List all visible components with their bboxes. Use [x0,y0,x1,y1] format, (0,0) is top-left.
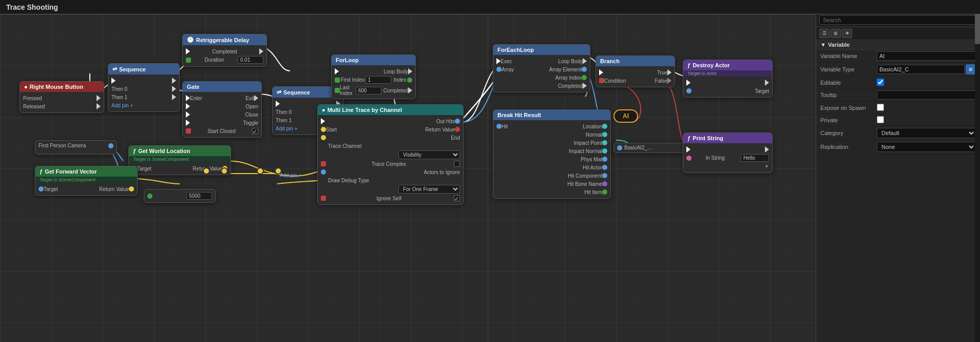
ret-delay-exec-in [186,48,190,54]
mlt-tracecomplex-check[interactable] [454,161,460,167]
bhr-hititem-row: Hit Item [496,188,607,196]
ps-expand-row[interactable]: ▼ [686,162,769,170]
gate-close-row: Close [186,110,258,119]
add-pin-label[interactable]: Add pin + [280,173,302,178]
ret-delay-completed-pin [259,48,263,54]
ps-icon: ƒ [687,135,690,141]
bhr-header: Break Hit Result [493,110,610,120]
get-world-location-node: ƒ Get World Location Target is SceneComp… [128,145,231,175]
val-pin [147,194,152,199]
gate-open-pin [186,103,190,109]
mlt-exec-in [321,118,325,124]
ps-exec-row [686,145,769,154]
da-target-pin [686,88,691,93]
forloop-firstindex-input[interactable] [366,76,391,84]
variable-type-row: Variable Type ⊞ [816,63,980,77]
mlt-icon: ● [322,107,325,113]
details-list-btn[interactable]: ☰ [819,29,830,38]
yellow-connector-2 [221,167,228,175]
private-checkbox[interactable] [877,116,884,123]
details-scrollbar-thumb[interactable] [975,13,980,44]
mlt-ignoreself-check[interactable]: ✓ [454,195,460,201]
bhr-body: Hit Location Normal Impact Point Impact … [493,120,610,198]
gfv-header: ƒ Get Forward Vector [35,166,137,177]
seq1-exec-out [172,78,176,84]
forloop-node: ForLoop Loop Body First Index Index Last… [331,54,416,99]
seq1-body: Then 0 Then 1 Add pin + [108,74,179,111]
val-input[interactable] [186,192,212,200]
da-exec-out [765,80,769,86]
gfv-target-pin [39,186,44,192]
forloop-index-pin [407,78,412,83]
expose-spawn-checkbox[interactable] [877,104,884,111]
right-mouse-button-node: ● Right Mouse Button Pressed Released [20,81,104,113]
section-triangle: ▼ [820,42,826,48]
da-subtitle: Target is Actor [683,70,772,77]
mlt-tracechannel-select[interactable]: Visibility [398,150,460,159]
mlt-tracechannel-select-row: Visibility [321,150,460,160]
details-eye-btn[interactable]: 👁 [842,29,852,38]
variable-name-row: Variable Name [816,50,980,63]
details-scrollbar-track [975,13,980,342]
gwl-subtitle: Target is SceneComponent [129,156,230,162]
replication-select[interactable]: None [877,142,976,152]
mlt-drawdebug-select-row: For One Frame [321,184,460,194]
app-title: Trace Shooting [6,3,58,11]
foreach-array-row: Array Array Element [496,65,587,73]
da-icon: ƒ [687,62,690,68]
ps-instring-pin [686,156,691,161]
bhr-hitcomp-pin [602,173,607,178]
ps-instring-input[interactable] [741,154,769,162]
mlt-tracecomplex-pin [321,161,326,166]
variable-type-grid-btn[interactable]: ⊞ [966,64,976,74]
gate-toggle-pin [186,120,190,126]
bhr-hit-pin [496,124,502,129]
gwl-icon: ƒ [133,148,136,154]
forloop-exec-in [335,68,339,74]
basicai2-pin [617,145,622,150]
bhr-physmat-pin [602,157,607,162]
category-row: Category Default [816,126,980,140]
branch-condition-row: Condition False [599,77,671,85]
ret-delay-header: 🕐 Retriggerable Delay [183,34,266,45]
gate-close-pin [186,111,190,118]
editable-row: Editable [816,77,980,89]
foreach-completed-pin [583,83,587,89]
mlt-ignoreself-row: Ignore Self ✓ [321,194,460,202]
gate-startclosed-check[interactable]: ✓ [252,128,258,134]
bhr-physmat-row: Phys Mat [496,155,607,163]
retriggerable-delay-node: 🕐 Retriggerable Delay Completed Duration [182,34,267,67]
gate-exit-pin [254,95,258,101]
variable-section-header: ▼ Variable [816,40,980,50]
rmb-pressed-pin [97,95,101,101]
mlt-drawdebug-select[interactable]: For One Frame [398,185,460,194]
tooltip-input[interactable] [877,90,976,100]
details-grid-btn[interactable]: ⊞ [831,29,841,38]
variable-name-input[interactable] [877,51,976,61]
ret-delay-duration-input[interactable] [238,56,263,64]
replication-value: None [877,142,976,152]
gfv-icon: ƒ [40,168,43,175]
foreach-exec-in [496,58,501,64]
ret-delay-duration-pin [186,58,191,63]
forloop-lastindex-input[interactable] [356,87,381,94]
foreach-arrayelement-pin [582,67,587,72]
val-body [144,189,215,202]
rmb-released-row: Released [23,102,101,110]
gate-open-row: Open [186,102,258,110]
editable-checkbox[interactable] [877,79,884,86]
category-select[interactable]: Default [877,128,976,138]
title-bar: Trace Shooting [0,0,980,14]
seq1-then0-row: Then 0 [111,85,176,93]
details-search-bar [816,13,980,27]
forloop-firstindex-row: First Index Index [335,75,412,84]
seq1-addpin-row[interactable]: Add pin + [111,101,176,109]
gate-startclosed-pin [186,128,191,134]
variable-type-input[interactable] [877,65,965,74]
seq1-exec-row [111,77,176,85]
details-search-input[interactable] [819,15,977,25]
gate-node: Gate Enter Exit Open Close Toggle [182,81,262,138]
foreach-arrayindex-pin [582,75,587,80]
expose-spawn-value [877,104,976,112]
seq2-icon: ⇌ [277,89,281,96]
